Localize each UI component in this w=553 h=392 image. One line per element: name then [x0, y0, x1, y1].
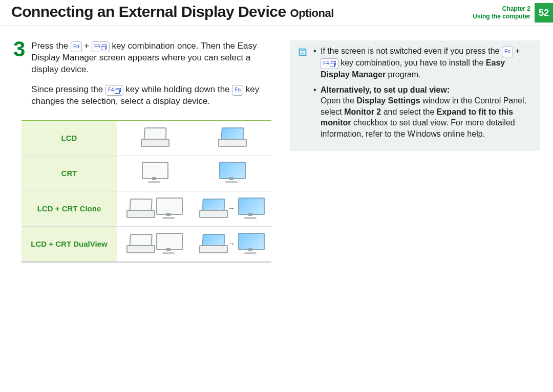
monitor-icon [155, 198, 182, 219]
note-body: If the screen is not switched even if yo… [313, 46, 533, 144]
mode-on-illustration [192, 120, 271, 156]
fn-key-icon: Fn [502, 47, 513, 57]
mode-off-illustration [117, 120, 192, 156]
mode-off-illustration [117, 191, 192, 226]
laptop-icon [141, 127, 167, 147]
table-row: LCD [22, 120, 271, 156]
fn-key-icon: Fn [71, 41, 82, 52]
arrow-icon: → [228, 239, 235, 248]
display-switch-icon [331, 61, 336, 66]
table-row: LCD + CRT Clone → [22, 191, 271, 226]
f4-key-icon: F4 [105, 85, 123, 96]
mode-off-illustration [117, 156, 192, 191]
f4-key-icon: F4 [92, 41, 110, 52]
mode-label: CRT [22, 156, 117, 191]
laptop-on-icon [218, 127, 245, 147]
mode-label: LCD + CRT DualView [22, 226, 117, 262]
mode-label: LCD + CRT Clone [22, 191, 117, 226]
mode-on-illustration [192, 156, 271, 191]
monitor-on-icon [237, 233, 264, 254]
mode-off-illustration [117, 226, 192, 262]
display-switch-icon [102, 45, 107, 49]
monitor-on-icon [237, 198, 264, 219]
step-paragraph-2: Since pressing the F4 key while holding … [31, 84, 274, 107]
laptop-icon [126, 234, 153, 253]
note-item-1: If the screen is not switched even if yo… [313, 46, 533, 80]
monitor-on-icon [218, 162, 245, 183]
display-modes-table: LCD CRT LCD + CRT Clone [22, 120, 271, 263]
note-item-2-heading: Alternatively, to set up dual view: [321, 85, 450, 94]
monitor-icon [141, 162, 167, 183]
f4-key-icon: F4 [321, 58, 338, 69]
arrow-icon: → [228, 204, 235, 212]
mode-label: LCD [22, 120, 117, 156]
chapter-text: Chapter 2 Using the computer [473, 3, 535, 23]
mode-on-illustration: → [192, 191, 271, 226]
note-icon [297, 47, 308, 58]
chapter-block: Chapter 2 Using the computer 52 [473, 3, 553, 23]
step-number: 3 [13, 39, 25, 107]
table-row: LCD + CRT DualView → [22, 226, 271, 262]
monitor-icon [155, 233, 182, 254]
display-switch-icon [116, 88, 121, 92]
table-row: CRT [22, 156, 271, 191]
chapter-line1: Chapter 2 [473, 5, 530, 13]
step-text-block: Press the Fn + F4 key combination once. … [31, 40, 274, 107]
page-header: Connecting an External Display Device Op… [0, 0, 553, 23]
step-paragraph-1: Press the Fn + F4 key combination once. … [31, 40, 274, 76]
laptop-icon [126, 199, 153, 218]
chapter-line2: Using the computer [473, 13, 530, 20]
fn-key-icon: Fn [232, 85, 243, 96]
laptop-on-icon [199, 199, 226, 218]
page-title: Connecting an External Display Device Op… [11, 3, 334, 20]
laptop-on-icon [199, 234, 226, 253]
title-main: Connecting an External Display Device [11, 3, 286, 20]
note-item-2: Alternatively, to set up dual view: Open… [313, 84, 533, 140]
title-suffix: Optional [290, 7, 334, 19]
right-column: If the screen is not switched even if yo… [290, 40, 540, 263]
note-box: If the screen is not switched even if yo… [290, 40, 540, 151]
mode-on-illustration: → [192, 226, 271, 262]
left-column: 3 Press the Fn + F4 key combination once… [13, 40, 274, 263]
step-3: 3 Press the Fn + F4 key combination once… [13, 40, 274, 107]
page-number: 52 [535, 3, 553, 23]
